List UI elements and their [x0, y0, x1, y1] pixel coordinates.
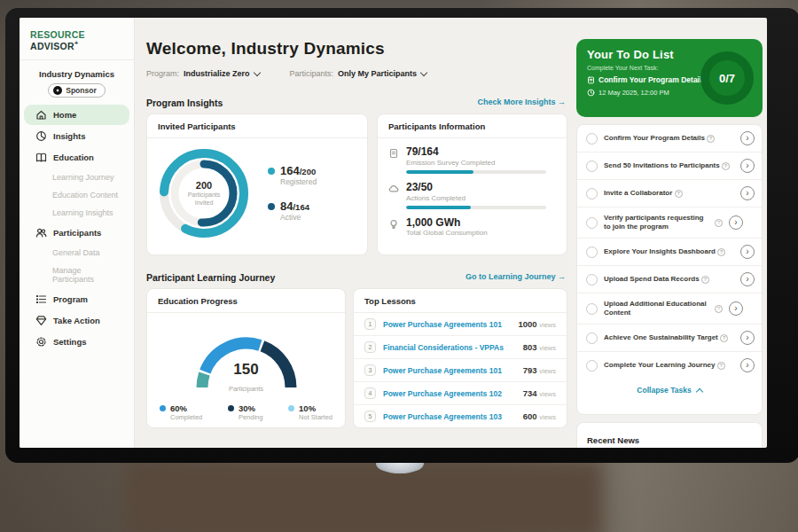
help-icon[interactable]: ?	[707, 135, 715, 143]
sidebar-item-take-action[interactable]: Take Action	[24, 310, 129, 331]
sidebar-item-home[interactable]: Home	[24, 105, 129, 125]
sidebar-item-education[interactable]: Education	[24, 147, 129, 168]
help-icon[interactable]: ?	[675, 190, 683, 198]
todo-item[interactable]: Upload Additional Educational Content ? …	[577, 293, 762, 325]
lesson-row[interactable]: 5 Power Purchase Agreements 103 600 view…	[354, 405, 567, 427]
lesson-row[interactable]: 2 Financial Considerations - VPPAs 803 v…	[354, 336, 567, 359]
help-icon[interactable]: ?	[717, 248, 725, 256]
sidebar-item-learning-insights[interactable]: Learning Insights	[24, 204, 129, 222]
logo-resource: RESOURCE	[30, 29, 85, 40]
open-task-button[interactable]: ›	[740, 131, 755, 145]
legend-dot	[160, 405, 166, 411]
todo-item[interactable]: Explore Your Insights Dashboard ? ›	[577, 239, 762, 266]
dashboard-screen: RESOURCE ADVISOR+ Industry Dynamics Spon…	[20, 18, 767, 448]
gauge-center-label: Participants	[229, 385, 263, 393]
lesson-row[interactable]: 4 Power Purchase Agreements 102 734 view…	[354, 382, 567, 405]
open-task-button[interactable]: ›	[740, 245, 755, 259]
sidebar-item-settings[interactable]: Settings	[24, 332, 129, 352]
education-progress-gauge-chart: 150 Participants	[180, 320, 313, 396]
checkbox[interactable]	[586, 217, 598, 229]
sidebar-item-education-content[interactable]: Education Content	[24, 186, 129, 204]
open-task-button[interactable]: ›	[729, 301, 743, 316]
open-task-button[interactable]: ›	[740, 159, 755, 173]
monitor-bezel: RESOURCE ADVISOR+ Industry Dynamics Spon…	[5, 8, 798, 463]
program-icon	[35, 293, 47, 305]
learning-journey-heading: Participant Learning Journey	[146, 272, 275, 283]
sidebar-item-learning-journey[interactable]: Learning Journey	[24, 168, 129, 186]
help-icon[interactable]: ?	[715, 219, 723, 227]
logo-advisor: ADVISOR	[30, 41, 74, 51]
help-icon[interactable]: ?	[717, 362, 725, 370]
sidebar-item-participants[interactable]: Participants	[24, 223, 129, 243]
app-logo[interactable]: RESOURCE ADVISOR+	[20, 18, 134, 60]
recent-news-card: Recent News	[576, 422, 763, 448]
lesson-row[interactable]: 3 Power Purchase Agreements 101 793 view…	[354, 359, 567, 382]
lesson-link[interactable]: Financial Considerations - VPPAs	[383, 343, 523, 352]
checkbox[interactable]	[586, 246, 598, 258]
rank-badge: 3	[364, 364, 376, 376]
todo-item[interactable]: Confirm Your Program Details ? ›	[577, 125, 762, 153]
checkbox[interactable]	[586, 188, 598, 200]
help-icon[interactable]: ?	[722, 162, 730, 170]
task-icon	[587, 76, 595, 84]
take-action-icon	[35, 315, 47, 326]
checkbox[interactable]	[586, 360, 598, 372]
lesson-link[interactable]: Power Purchase Agreements 102	[383, 389, 523, 398]
card-title: Invited Participants	[147, 114, 367, 138]
rank-badge: 2	[364, 341, 376, 353]
open-task-button[interactable]: ›	[729, 215, 743, 230]
help-icon[interactable]: ?	[701, 276, 709, 284]
help-icon[interactable]: ?	[715, 305, 723, 313]
legend-dot	[228, 405, 234, 411]
actions-progress-bar	[406, 206, 546, 209]
sidebar-item-program[interactable]: Program	[24, 289, 129, 309]
lesson-link[interactable]: Power Purchase Agreements 101	[383, 320, 518, 329]
sponsor-badge: Sponsor	[48, 83, 105, 98]
open-task-button[interactable]: ›	[740, 331, 755, 345]
checkbox[interactable]	[586, 332, 598, 344]
todo-panel: Your To Do List Complete Your Next Task:…	[576, 18, 763, 448]
consumption-row: 1,000 GWh Total Global Consumption	[378, 209, 567, 241]
checkbox[interactable]	[586, 160, 598, 172]
arrow-right-icon: →	[558, 98, 566, 106]
todo-item[interactable]: Send 50 Invitations to Participants ? ›	[577, 153, 762, 180]
rank-badge: 1	[364, 318, 376, 330]
gauge-center-value: 150	[180, 361, 313, 379]
legend-not-started: 10% Not Started	[288, 403, 332, 421]
todo-item[interactable]: Complete Your Learning Journey ? ›	[577, 352, 762, 379]
lesson-row[interactable]: 1 Power Purchase Agreements 101 1000 vie…	[354, 313, 567, 336]
checkbox[interactable]	[586, 303, 598, 315]
sidebar-item-general-data[interactable]: General Data	[24, 244, 129, 262]
lesson-link[interactable]: Power Purchase Agreements 103	[383, 412, 523, 421]
chevron-up-icon	[695, 387, 702, 395]
program-dropdown[interactable]: Program: Industrialize Zero	[146, 69, 260, 78]
todo-item[interactable]: Invite a Collaborator ? ›	[577, 180, 762, 207]
home-icon	[35, 109, 47, 121]
open-task-button[interactable]: ›	[740, 272, 755, 286]
check-more-insights-link[interactable]: Check More Insights →	[477, 98, 566, 106]
gauge-legend: 60% Completed 30% Pending 10% Not Starte…	[147, 396, 345, 421]
open-task-button[interactable]: ›	[740, 358, 755, 372]
actions-completed-row: 23/50 Actions Completed	[378, 174, 567, 209]
help-icon[interactable]: ?	[720, 334, 728, 342]
insights-icon	[35, 130, 47, 142]
participants-dropdown[interactable]: Participants: Only My Participants	[290, 69, 427, 78]
invited-participants-card: Invited Participants 200 Participants In…	[146, 113, 368, 255]
todo-item[interactable]: Verify participants requesting to join t…	[577, 207, 762, 239]
go-to-learning-journey-link[interactable]: Go to Learning Journey →	[466, 272, 566, 281]
sidebar-item-insights[interactable]: Insights	[24, 126, 129, 146]
todo-item[interactable]: Upload Spend Data Records ? ›	[577, 266, 762, 293]
card-title: Education Progress	[147, 289, 345, 313]
main-content: Welcome, Industry Dynamics Program: Indu…	[146, 18, 567, 448]
todo-item[interactable]: Achieve One Sustainability Target ? ›	[577, 325, 762, 352]
participants-value: Only My Participants	[338, 69, 417, 78]
sidebar-item-manage-participants[interactable]: Manage Participants	[24, 262, 129, 288]
lesson-link[interactable]: Power Purchase Agreements 101	[383, 366, 523, 375]
participants-label: Participants:	[290, 69, 334, 78]
open-task-button[interactable]: ›	[740, 186, 755, 200]
recent-news-heading: Recent News	[587, 435, 639, 445]
checkbox[interactable]	[586, 274, 598, 286]
checkbox[interactable]	[586, 133, 598, 145]
program-value: Industrialize Zero	[184, 69, 250, 78]
collapse-tasks-button[interactable]: Collapse Tasks	[577, 379, 762, 395]
